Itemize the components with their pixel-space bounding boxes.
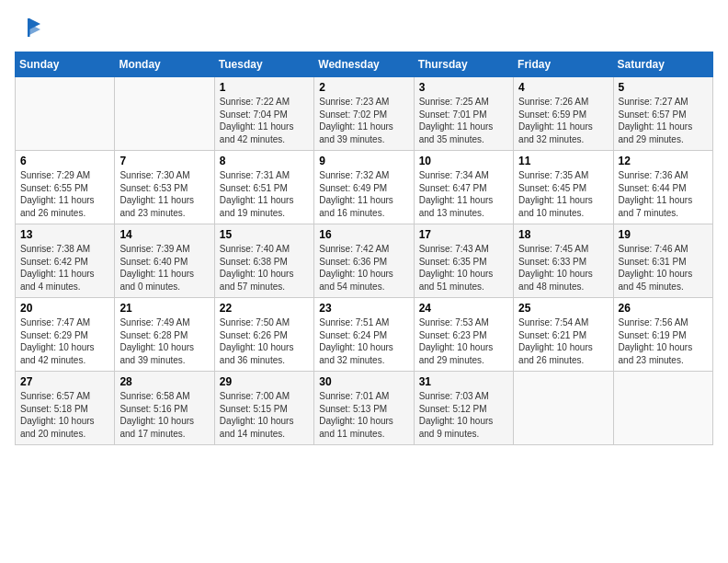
day-number: 14 xyxy=(119,228,209,241)
day-number: 19 xyxy=(619,228,708,241)
calendar-cell: 21Sunrise: 7:49 AM Sunset: 6:28 PM Dayli… xyxy=(115,298,214,372)
calendar-cell: 8Sunrise: 7:31 AM Sunset: 6:51 PM Daylig… xyxy=(214,151,313,224)
day-content: Sunrise: 7:26 AM Sunset: 6:59 PM Dayligh… xyxy=(518,96,608,145)
day-content: Sunrise: 6:58 AM Sunset: 5:16 PM Dayligh… xyxy=(119,390,209,440)
day-number: 29 xyxy=(220,375,309,388)
day-content: Sunrise: 7:54 AM Sunset: 6:21 PM Dayligh… xyxy=(518,316,608,366)
day-number: 30 xyxy=(319,375,408,388)
day-number: 22 xyxy=(220,302,309,315)
calendar-cell: 13Sunrise: 7:38 AM Sunset: 6:42 PM Dayli… xyxy=(16,224,115,298)
day-number: 24 xyxy=(419,302,508,315)
calendar-cell: 6Sunrise: 7:29 AM Sunset: 6:55 PM Daylig… xyxy=(16,151,115,224)
day-content: Sunrise: 7:00 AM Sunset: 5:15 PM Dayligh… xyxy=(220,390,309,440)
calendar-cell xyxy=(115,77,214,151)
calendar-cell xyxy=(16,77,115,151)
day-number: 18 xyxy=(518,228,608,241)
day-number: 16 xyxy=(319,228,408,241)
day-number: 10 xyxy=(419,155,508,167)
day-content: Sunrise: 7:29 AM Sunset: 6:55 PM Dayligh… xyxy=(20,169,109,219)
day-number: 23 xyxy=(319,302,408,315)
calendar-cell: 17Sunrise: 7:43 AM Sunset: 6:35 PM Dayli… xyxy=(414,224,513,298)
day-number: 3 xyxy=(419,81,508,94)
day-content: Sunrise: 6:57 AM Sunset: 5:18 PM Dayligh… xyxy=(20,390,109,440)
day-content: Sunrise: 7:53 AM Sunset: 6:23 PM Dayligh… xyxy=(419,316,508,366)
day-number: 27 xyxy=(20,375,109,388)
calendar-cell: 10Sunrise: 7:34 AM Sunset: 6:47 PM Dayli… xyxy=(414,151,513,224)
col-header-saturday: Saturday xyxy=(613,52,712,77)
day-content: Sunrise: 7:01 AM Sunset: 5:13 PM Dayligh… xyxy=(319,390,408,440)
calendar-cell xyxy=(514,372,613,445)
calendar-cell: 30Sunrise: 7:01 AM Sunset: 5:13 PM Dayli… xyxy=(314,372,414,445)
day-number: 4 xyxy=(518,81,608,94)
calendar-cell: 27Sunrise: 6:57 AM Sunset: 5:18 PM Dayli… xyxy=(16,372,115,445)
day-content: Sunrise: 7:56 AM Sunset: 6:19 PM Dayligh… xyxy=(619,316,708,366)
calendar-header-row: SundayMondayTuesdayWednesdayThursdayFrid… xyxy=(16,52,713,77)
day-content: Sunrise: 7:40 AM Sunset: 6:38 PM Dayligh… xyxy=(220,243,309,293)
col-header-sunday: Sunday xyxy=(16,52,115,77)
day-content: Sunrise: 7:22 AM Sunset: 7:04 PM Dayligh… xyxy=(220,96,309,145)
day-content: Sunrise: 7:27 AM Sunset: 6:57 PM Dayligh… xyxy=(619,96,708,145)
calendar-cell: 24Sunrise: 7:53 AM Sunset: 6:23 PM Dayli… xyxy=(414,298,513,372)
day-content: Sunrise: 7:35 AM Sunset: 6:45 PM Dayligh… xyxy=(518,169,608,219)
col-header-monday: Monday xyxy=(115,52,214,77)
day-number: 5 xyxy=(619,81,708,94)
calendar-cell: 1Sunrise: 7:22 AM Sunset: 7:04 PM Daylig… xyxy=(214,77,313,151)
day-content: Sunrise: 7:45 AM Sunset: 6:33 PM Dayligh… xyxy=(518,243,608,293)
calendar-cell: 16Sunrise: 7:42 AM Sunset: 6:36 PM Dayli… xyxy=(314,224,414,298)
day-content: Sunrise: 7:30 AM Sunset: 6:53 PM Dayligh… xyxy=(119,169,209,219)
day-content: Sunrise: 7:31 AM Sunset: 6:51 PM Dayligh… xyxy=(220,169,309,219)
logo xyxy=(15,15,42,40)
calendar-cell: 22Sunrise: 7:50 AM Sunset: 6:26 PM Dayli… xyxy=(214,298,313,372)
col-header-thursday: Thursday xyxy=(414,52,513,77)
day-number: 6 xyxy=(20,155,109,167)
calendar-cell: 12Sunrise: 7:36 AM Sunset: 6:44 PM Dayli… xyxy=(613,151,712,224)
day-number: 12 xyxy=(619,155,708,167)
day-content: Sunrise: 7:34 AM Sunset: 6:47 PM Dayligh… xyxy=(419,169,508,219)
calendar-cell: 9Sunrise: 7:32 AM Sunset: 6:49 PM Daylig… xyxy=(314,151,414,224)
col-header-tuesday: Tuesday xyxy=(214,52,313,77)
calendar-cell: 11Sunrise: 7:35 AM Sunset: 6:45 PM Dayli… xyxy=(514,151,613,224)
calendar-cell: 4Sunrise: 7:26 AM Sunset: 6:59 PM Daylig… xyxy=(514,77,613,151)
day-content: Sunrise: 7:23 AM Sunset: 7:02 PM Dayligh… xyxy=(319,96,408,145)
day-number: 8 xyxy=(220,155,309,167)
day-number: 9 xyxy=(319,155,408,167)
day-number: 17 xyxy=(419,228,508,241)
day-content: Sunrise: 7:51 AM Sunset: 6:24 PM Dayligh… xyxy=(319,316,408,366)
calendar-cell: 3Sunrise: 7:25 AM Sunset: 7:01 PM Daylig… xyxy=(414,77,513,151)
day-number: 31 xyxy=(419,375,508,388)
day-content: Sunrise: 7:50 AM Sunset: 6:26 PM Dayligh… xyxy=(220,316,309,366)
day-number: 13 xyxy=(20,228,109,241)
col-header-friday: Friday xyxy=(514,52,613,77)
calendar-cell: 15Sunrise: 7:40 AM Sunset: 6:38 PM Dayli… xyxy=(214,224,313,298)
calendar-week-row: 6Sunrise: 7:29 AM Sunset: 6:55 PM Daylig… xyxy=(16,151,713,224)
day-content: Sunrise: 7:46 AM Sunset: 6:31 PM Dayligh… xyxy=(619,243,708,293)
day-content: Sunrise: 7:42 AM Sunset: 6:36 PM Dayligh… xyxy=(319,243,408,293)
calendar-week-row: 13Sunrise: 7:38 AM Sunset: 6:42 PM Dayli… xyxy=(16,224,713,298)
calendar-cell: 31Sunrise: 7:03 AM Sunset: 5:12 PM Dayli… xyxy=(414,372,513,445)
svg-rect-2 xyxy=(28,18,30,37)
calendar-week-row: 20Sunrise: 7:47 AM Sunset: 6:29 PM Dayli… xyxy=(16,298,713,372)
day-number: 20 xyxy=(20,302,109,315)
day-number: 7 xyxy=(119,155,209,167)
calendar-week-row: 27Sunrise: 6:57 AM Sunset: 5:18 PM Dayli… xyxy=(16,372,713,445)
logo-icon xyxy=(17,15,42,40)
calendar-cell: 28Sunrise: 6:58 AM Sunset: 5:16 PM Dayli… xyxy=(115,372,214,445)
day-content: Sunrise: 7:47 AM Sunset: 6:29 PM Dayligh… xyxy=(20,316,109,366)
calendar-cell: 23Sunrise: 7:51 AM Sunset: 6:24 PM Dayli… xyxy=(314,298,414,372)
calendar-cell: 20Sunrise: 7:47 AM Sunset: 6:29 PM Dayli… xyxy=(16,298,115,372)
day-number: 25 xyxy=(518,302,608,315)
day-number: 2 xyxy=(319,81,408,94)
day-content: Sunrise: 7:32 AM Sunset: 6:49 PM Dayligh… xyxy=(319,169,408,219)
calendar-cell: 14Sunrise: 7:39 AM Sunset: 6:40 PM Dayli… xyxy=(115,224,214,298)
calendar-week-row: 1Sunrise: 7:22 AM Sunset: 7:04 PM Daylig… xyxy=(16,77,713,151)
day-number: 11 xyxy=(518,155,608,167)
day-number: 28 xyxy=(119,375,209,388)
day-content: Sunrise: 7:38 AM Sunset: 6:42 PM Dayligh… xyxy=(20,243,109,293)
day-number: 1 xyxy=(220,81,309,94)
day-number: 26 xyxy=(619,302,708,315)
day-content: Sunrise: 7:36 AM Sunset: 6:44 PM Dayligh… xyxy=(619,169,708,219)
day-content: Sunrise: 7:49 AM Sunset: 6:28 PM Dayligh… xyxy=(119,316,209,366)
day-content: Sunrise: 7:39 AM Sunset: 6:40 PM Dayligh… xyxy=(119,243,209,293)
day-number: 15 xyxy=(220,228,309,241)
calendar-cell: 19Sunrise: 7:46 AM Sunset: 6:31 PM Dayli… xyxy=(613,224,712,298)
